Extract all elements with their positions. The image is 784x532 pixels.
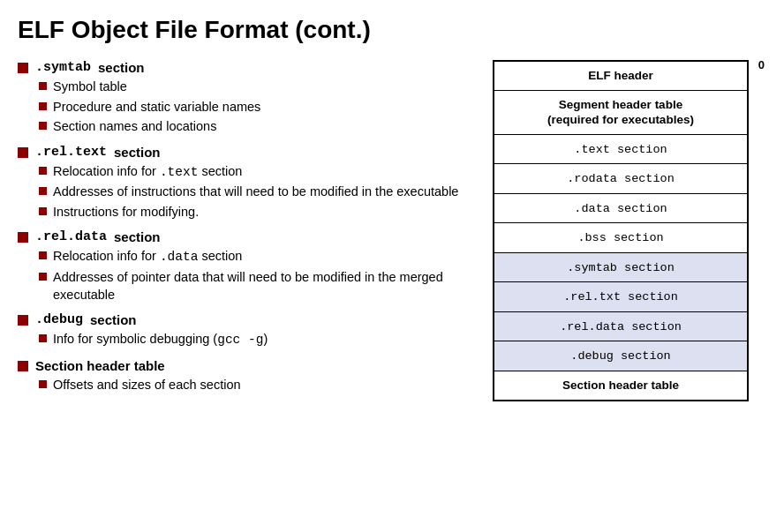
section-title-rel-text: .rel.text section: [18, 145, 466, 160]
elf-row: .rodata section: [494, 164, 747, 194]
zero-label: 0: [758, 58, 765, 71]
list-item: Offsets and sizes of each section: [39, 377, 466, 394]
red-square-icon: [18, 361, 28, 371]
elf-row-label: ELF header: [494, 62, 747, 91]
red-small-square-icon: [39, 82, 47, 90]
red-small-square-icon: [39, 251, 47, 259]
list-item: Procedure and static variable names: [39, 99, 466, 116]
sub-list-rel-text: Relocation info for .text sectionAddress…: [39, 163, 466, 221]
list-item-text: Procedure and static variable names: [53, 99, 260, 116]
elf-row-label: .rel.data section: [560, 320, 682, 333]
section-title-mono: .debug: [35, 312, 83, 327]
elf-row-label: .rodata section: [567, 172, 675, 185]
elf-row: .data section: [494, 194, 747, 224]
list-item-text: Info for symbolic debugging (gcc -g): [53, 331, 268, 349]
elf-row-label: .text section: [574, 143, 667, 156]
elf-diagram-wrapper: 0 ELF headerSegment header table(require…: [493, 60, 749, 401]
list-item-text: Symbol table: [53, 79, 127, 96]
elf-row-label: .debug section: [570, 349, 670, 363]
list-item: Relocation info for .data section: [39, 248, 466, 266]
list-item: Relocation info for .text section: [39, 163, 466, 182]
list-item: Section names and locations: [39, 118, 466, 136]
list-item: Instructions for modifying.: [39, 204, 466, 221]
list-item: Addresses of instructions that will need…: [39, 184, 466, 201]
elf-row: .debug section: [494, 341, 747, 371]
right-content: 0 ELF headerSegment header table(require…: [493, 60, 766, 401]
main-layout: .symtab sectionSymbol tableProcedure and…: [18, 60, 766, 402]
section-title-suffix: section: [90, 312, 137, 327]
red-small-square-icon: [39, 167, 47, 175]
list-item: Info for symbolic debugging (gcc -g): [39, 331, 466, 349]
page-title: ELF Object File Format (cont.): [18, 16, 766, 44]
elf-diagram: ELF headerSegment header table(required …: [493, 60, 749, 401]
elf-row: .rel.data section: [494, 312, 747, 342]
sub-list-debug: Info for symbolic debugging (gcc -g): [39, 331, 466, 349]
red-small-square-icon: [39, 380, 47, 388]
section-title-symtab: .symtab section: [18, 60, 466, 75]
section-item-symtab: .symtab sectionSymbol tableProcedure and…: [18, 60, 466, 136]
list-item: Addresses of pointer data that will need…: [39, 269, 466, 303]
section-title-section-header-table: Section header table: [18, 358, 466, 373]
section-title-debug: .debug section: [18, 312, 466, 327]
elf-row: .rel.txt section: [494, 282, 747, 312]
section-item-section-header-table: Section header tableOffsets and sizes of…: [18, 358, 466, 394]
red-square-icon: [18, 232, 28, 243]
red-small-square-icon: [39, 207, 47, 215]
section-title-rel-data: .rel.data section: [18, 229, 466, 244]
section-title-suffix: section: [114, 145, 161, 160]
red-small-square-icon: [39, 187, 47, 195]
list-item-text: Addresses of instructions that will need…: [53, 184, 458, 201]
list-item-text: Addresses of pointer data that will need…: [53, 269, 466, 303]
left-content: .symtab sectionSymbol tableProcedure and…: [18, 60, 466, 402]
sub-list-rel-data: Relocation info for .data sectionAddress…: [39, 248, 466, 303]
red-small-square-icon: [39, 273, 47, 281]
section-title-mono: .rel.data: [35, 229, 107, 244]
section-title-text: Section header table: [35, 358, 165, 373]
section-title-suffix: section: [114, 229, 161, 244]
elf-row: .bss section: [494, 223, 747, 253]
elf-row: .symtab section: [494, 253, 747, 283]
elf-row-label: .data section: [574, 202, 667, 215]
sub-list-symtab: Symbol tableProcedure and static variabl…: [39, 79, 466, 136]
section-item-rel-text: .rel.text sectionRelocation info for .te…: [18, 145, 466, 221]
section-list: .symtab sectionSymbol tableProcedure and…: [18, 60, 466, 393]
list-item-text: Offsets and sizes of each section: [53, 377, 241, 394]
section-item-rel-data: .rel.data sectionRelocation info for .da…: [18, 229, 466, 303]
sub-list-section-header-table: Offsets and sizes of each section: [39, 377, 466, 394]
list-item: Symbol table: [39, 79, 466, 96]
elf-row-label: .symtab section: [567, 261, 675, 274]
elf-row-label: Section header table: [494, 371, 747, 400]
elf-row-label: Segment header table(required for execut…: [494, 91, 747, 135]
red-square-icon: [18, 63, 28, 73]
red-square-icon: [18, 147, 28, 158]
list-item-text: Relocation info for .data section: [53, 248, 242, 266]
red-small-square-icon: [39, 122, 47, 130]
section-item-debug: .debug sectionInfo for symbolic debuggin…: [18, 312, 466, 349]
section-title-suffix: section: [98, 60, 145, 75]
red-small-square-icon: [39, 102, 47, 110]
list-item-text: Instructions for modifying.: [53, 204, 199, 221]
elf-row-label: .rel.txt section: [563, 290, 678, 303]
red-square-icon: [18, 315, 28, 326]
red-small-square-icon: [39, 334, 47, 342]
list-item-text: Relocation info for .text section: [53, 163, 242, 182]
list-item-text: Section names and locations: [53, 118, 216, 136]
section-title-mono: .rel.text: [35, 145, 107, 160]
elf-row: .text section: [494, 135, 747, 165]
elf-row-label: .bss section: [577, 231, 663, 244]
section-title-mono: .symtab: [35, 60, 91, 75]
